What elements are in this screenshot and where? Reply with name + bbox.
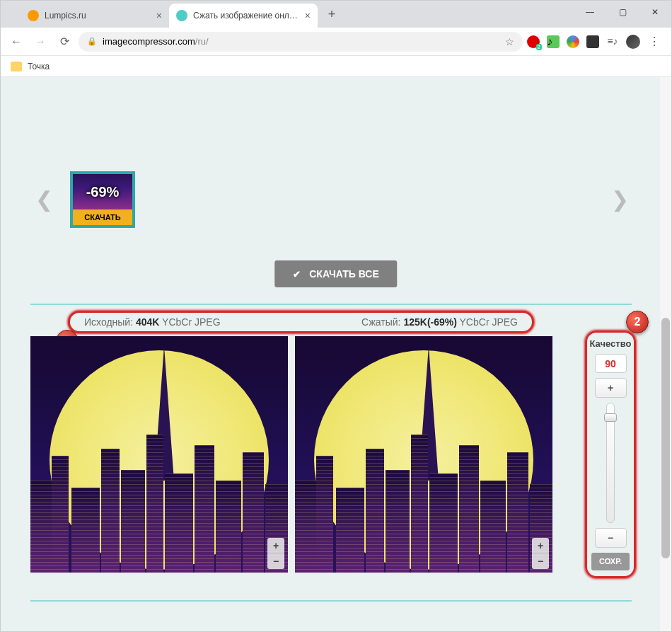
tab-title: Lumpics.ru	[45, 11, 151, 21]
quality-increase-button[interactable]: +	[595, 378, 627, 397]
back-button[interactable]: ←	[6, 32, 26, 52]
original-info: Исходный: 404K YCbCr JPEG	[84, 316, 221, 328]
browser-window: Lumpics.ru × Сжать изображение онлайн × …	[0, 0, 672, 632]
save-button[interactable]: СОХР.	[591, 553, 630, 570]
url-input[interactable]: 🔒 imagecompressor.com/ru/ ☆	[79, 32, 523, 52]
thumbnail-card[interactable]: -69% СКАЧАТЬ	[70, 171, 135, 228]
tab-favicon-icon	[28, 10, 39, 21]
divider	[30, 304, 632, 305]
slider-thumb[interactable]	[604, 413, 617, 422]
extension-icon[interactable]	[567, 35, 579, 48]
forward-button[interactable]: →	[30, 32, 50, 52]
zoom-controls: + −	[267, 538, 284, 569]
menu-button[interactable]: ⋮	[647, 35, 661, 48]
page-content: ❮ ❯ -69% СКАЧАТЬ ✔ СКАЧАТЬ ВСЕ Исходный:…	[1, 77, 671, 631]
browser-tab-active[interactable]: Сжать изображение онлайн ×	[169, 4, 318, 28]
window-controls: — ▢ ✕	[574, 1, 671, 23]
bookmark-star-icon[interactable]: ☆	[505, 36, 514, 47]
address-bar: ← → ⟳ 🔒 imagecompressor.com/ru/ ☆ 2 ♪ ≡♪…	[1, 28, 671, 56]
bookmark-folder[interactable]: Точка	[28, 62, 50, 71]
quality-decrease-button[interactable]: −	[595, 528, 627, 547]
profile-avatar[interactable]	[626, 35, 640, 49]
bookmarks-bar: Точка	[1, 56, 671, 77]
close-icon[interactable]: ×	[305, 10, 311, 21]
divider	[30, 600, 632, 602]
carousel-next-button[interactable]: ❯	[609, 183, 630, 214]
quality-slider[interactable]	[606, 403, 615, 524]
extension-icon[interactable]: 2	[527, 35, 540, 48]
quality-input[interactable]	[595, 354, 627, 373]
lock-icon: 🔒	[87, 37, 97, 46]
quality-panel: Качество + − СОХР.	[585, 331, 636, 578]
zoom-controls: + −	[532, 538, 549, 569]
extension-icon[interactable]: ♪	[547, 35, 560, 48]
annotation-marker: 2	[626, 311, 649, 333]
download-button[interactable]: СКАЧАТЬ	[73, 209, 132, 225]
carousel-prev-button[interactable]: ❮	[33, 183, 54, 214]
original-preview[interactable]: + −	[30, 336, 288, 573]
compressed-preview[interactable]: + −	[295, 336, 552, 573]
title-bar: Lumpics.ru × Сжать изображение онлайн × …	[1, 1, 671, 28]
download-all-button[interactable]: ✔ СКАЧАТЬ ВСЕ	[274, 260, 397, 287]
scrollbar[interactable]	[660, 77, 671, 631]
compressed-info: Сжатый: 125K(-69%) YCbCr JPEG	[361, 316, 518, 328]
minimize-button[interactable]: —	[574, 1, 606, 23]
extension-icons: 2 ♪ ≡♪ ⋮	[527, 35, 666, 49]
scrollbar-thumb[interactable]	[661, 318, 670, 558]
zoom-out-button[interactable]: −	[532, 553, 549, 569]
maximize-button[interactable]: ▢	[606, 1, 639, 23]
tab-favicon-icon	[176, 10, 187, 21]
compression-info-bar: Исходный: 404K YCbCr JPEG Сжатый: 125K(-…	[68, 311, 534, 333]
new-tab-button[interactable]: +	[322, 4, 342, 24]
reload-button[interactable]: ⟳	[54, 32, 74, 52]
compression-percent: -69%	[86, 184, 120, 200]
reading-list-icon[interactable]: ≡♪	[606, 35, 619, 48]
check-icon: ✔	[293, 269, 301, 280]
zoom-in-button[interactable]: +	[532, 538, 549, 553]
extension-icon[interactable]	[586, 35, 599, 48]
folder-icon	[11, 62, 22, 71]
browser-tab[interactable]: Lumpics.ru ×	[21, 4, 169, 28]
tab-title: Сжать изображение онлайн	[193, 11, 299, 21]
close-window-button[interactable]: ✕	[639, 1, 671, 23]
thumbnail-image: -69%	[73, 174, 132, 209]
url-text: imagecompressor.com/ru/	[103, 36, 209, 47]
quality-label: Качество	[590, 338, 632, 349]
zoom-in-button[interactable]: +	[267, 538, 284, 553]
close-icon[interactable]: ×	[156, 10, 162, 21]
zoom-out-button[interactable]: −	[267, 553, 284, 569]
download-all-label: СКАЧАТЬ ВСЕ	[309, 268, 378, 280]
